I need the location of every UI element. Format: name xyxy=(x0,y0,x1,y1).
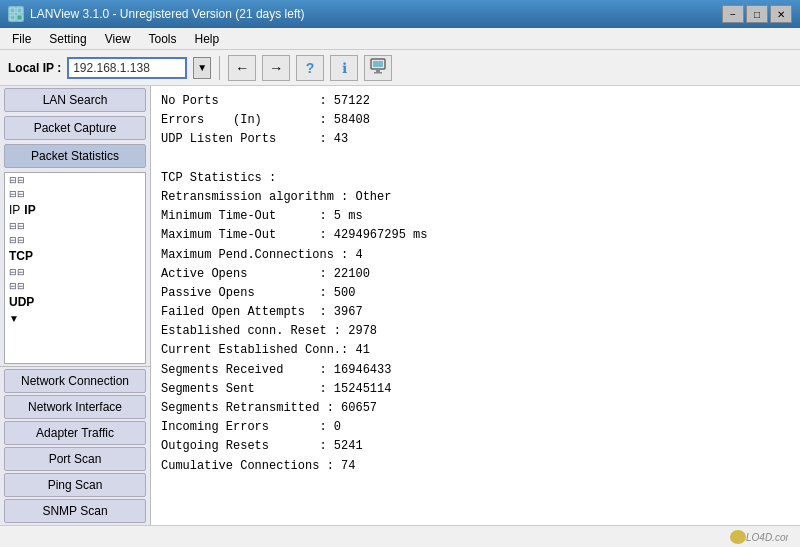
tree-ip-icons2: ⊟⊟ xyxy=(5,187,145,201)
svg-rect-0 xyxy=(10,8,15,13)
title-bar-left: LANView 3.1.0 - Unregistered Version (21… xyxy=(8,6,305,22)
lan-search-button[interactable]: LAN Search xyxy=(4,88,146,112)
content-line: Minimum Time-Out : 5 ms xyxy=(161,207,790,226)
minimize-button[interactable]: − xyxy=(722,5,744,23)
close-button[interactable]: ✕ xyxy=(770,5,792,23)
svg-rect-6 xyxy=(376,69,380,72)
ip-label: IP xyxy=(9,203,20,217)
tree-tcp[interactable]: TCP xyxy=(5,247,145,265)
main-layout: LAN Search Packet Capture Packet Statist… xyxy=(0,86,800,525)
tree-tcp-icons1: ⊟⊟ xyxy=(5,219,145,233)
status-bar: LO4D.com xyxy=(0,525,800,547)
svg-rect-2 xyxy=(10,15,15,20)
svg-rect-1 xyxy=(17,8,22,13)
content-line: UDP Listen Ports : 43 xyxy=(161,130,790,149)
info-button[interactable]: ℹ xyxy=(330,55,358,81)
content-line xyxy=(161,150,790,169)
ping-scan-button[interactable]: Ping Scan xyxy=(4,473,146,497)
port-scan-button[interactable]: Port Scan xyxy=(4,447,146,471)
menu-bar: File Setting View Tools Help xyxy=(0,28,800,50)
title-bar-controls: − □ ✕ xyxy=(722,5,792,23)
ip-node-icon: ⊟⊟ xyxy=(9,175,25,185)
back-arrow-icon: ← xyxy=(235,60,249,76)
content-line: Passive Opens : 500 xyxy=(161,284,790,303)
content-line: Active Opens : 22100 xyxy=(161,265,790,284)
title-text: LANView 3.1.0 - Unregistered Version (21… xyxy=(30,7,305,21)
tcp-node-icon: ⊟⊟ xyxy=(9,221,25,231)
content-scroll[interactable]: No Ports : 57122Errors (In) : 58408UDP L… xyxy=(151,86,800,525)
udp-node-icon2: ⊟⊟ xyxy=(9,281,25,291)
ip-dropdown[interactable]: ▼ xyxy=(193,57,211,79)
menu-view[interactable]: View xyxy=(97,30,139,48)
device-button[interactable] xyxy=(364,55,392,81)
sidebar: LAN Search Packet Capture Packet Statist… xyxy=(0,86,151,525)
svg-point-8 xyxy=(730,530,746,544)
tcp-node-icon2: ⊟⊟ xyxy=(9,235,25,245)
udp-text: UDP xyxy=(9,295,34,309)
menu-help[interactable]: Help xyxy=(187,30,228,48)
tree-udp[interactable]: UDP xyxy=(5,293,145,311)
toolbar-separator xyxy=(219,56,220,80)
content-line: TCP Statistics : xyxy=(161,169,790,188)
maximize-button[interactable]: □ xyxy=(746,5,768,23)
content-line: Failed Open Attempts : 3967 xyxy=(161,303,790,322)
svg-text:LO4D.com: LO4D.com xyxy=(746,532,788,543)
sidebar-bottom: Network Connection Network Interface Ada… xyxy=(0,366,150,525)
local-ip-label: Local IP : xyxy=(8,61,61,75)
network-connection-button[interactable]: Network Connection xyxy=(4,369,146,393)
help-button[interactable]: ? xyxy=(296,55,324,81)
content-line: Incoming Errors : 0 xyxy=(161,418,790,437)
app-icon xyxy=(8,6,24,22)
title-bar: LANView 3.1.0 - Unregistered Version (21… xyxy=(0,0,800,28)
ip-text: IP xyxy=(24,203,35,217)
watermark: LO4D.com xyxy=(728,528,792,546)
device-icon xyxy=(369,57,387,78)
back-button[interactable]: ← xyxy=(228,55,256,81)
toolbar: Local IP : ▼ ← → ? ℹ xyxy=(0,50,800,86)
menu-tools[interactable]: Tools xyxy=(141,30,185,48)
content-area: No Ports : 57122Errors (In) : 58408UDP L… xyxy=(151,86,800,525)
tree-ip[interactable]: IP IP xyxy=(5,201,145,219)
content-line: No Ports : 57122 xyxy=(161,92,790,111)
content-line: Maximum Pend.Connections : 4 xyxy=(161,246,790,265)
packet-capture-button[interactable]: Packet Capture xyxy=(4,116,146,140)
menu-setting[interactable]: Setting xyxy=(41,30,94,48)
tcp-text: TCP xyxy=(9,249,33,263)
tree-scroll-indicator: ▼ xyxy=(5,311,145,326)
content-line: Retransmission algorithm : Other xyxy=(161,188,790,207)
content-line: Established conn. Reset : 2978 xyxy=(161,322,790,341)
svg-rect-7 xyxy=(374,72,382,74)
tree-udp-icons2: ⊟⊟ xyxy=(5,279,145,293)
udp-node-icon: ⊟⊟ xyxy=(9,267,25,277)
menu-file[interactable]: File xyxy=(4,30,39,48)
ip-node-icon2: ⊟⊟ xyxy=(9,189,25,199)
help-icon: ? xyxy=(306,60,315,76)
snmp-scan-button[interactable]: SNMP Scan xyxy=(4,499,146,523)
content-line: Segments Received : 16946433 xyxy=(161,361,790,380)
tree-tcp-icons2: ⊟⊟ xyxy=(5,233,145,247)
forward-button[interactable]: → xyxy=(262,55,290,81)
svg-rect-5 xyxy=(373,61,383,67)
content-line: Cumulative Connections : 74 xyxy=(161,457,790,476)
content-line: Segments Retransmitted : 60657 xyxy=(161,399,790,418)
svg-rect-3 xyxy=(17,15,22,20)
content-line: Outgoing Resets : 5241 xyxy=(161,437,790,456)
network-interface-button[interactable]: Network Interface xyxy=(4,395,146,419)
content-line: Errors (In) : 58408 xyxy=(161,111,790,130)
scroll-down-icon: ▼ xyxy=(9,313,19,324)
tree-ip-icons1: ⊟⊟ xyxy=(5,173,145,187)
packet-statistics-button[interactable]: Packet Statistics xyxy=(4,144,146,168)
content-line: Maximum Time-Out : 4294967295 ms xyxy=(161,226,790,245)
info-icon: ℹ xyxy=(342,60,347,76)
sidebar-tree: ⊟⊟ ⊟⊟ IP IP ⊟⊟ ⊟⊟ TCP ⊟⊟ ⊟⊟ xyxy=(4,172,146,364)
adapter-traffic-button[interactable]: Adapter Traffic xyxy=(4,421,146,445)
tree-udp-icons1: ⊟⊟ xyxy=(5,265,145,279)
forward-arrow-icon: → xyxy=(269,60,283,76)
content-line: Current Established Conn.: 41 xyxy=(161,341,790,360)
content-line: Segments Sent : 15245114 xyxy=(161,380,790,399)
local-ip-input[interactable] xyxy=(67,57,187,79)
